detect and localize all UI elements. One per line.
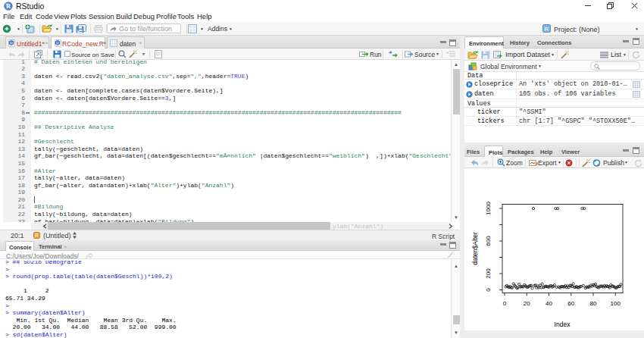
svg-text:0: 0 <box>503 300 507 307</box>
svg-text:1000: 1000 <box>485 202 492 215</box>
svg-text:80: 80 <box>590 300 597 307</box>
svg-text:100: 100 <box>611 300 621 307</box>
svg-text:R: R <box>10 41 13 45</box>
svg-text:40: 40 <box>546 300 552 307</box>
svg-text:R: R <box>545 26 549 33</box>
svg-text:R: R <box>56 41 59 45</box>
svg-text:60: 60 <box>567 300 574 307</box>
svg-text:Index: Index <box>555 321 571 328</box>
svg-text:0: 0 <box>485 288 492 292</box>
svg-text:R: R <box>35 233 39 238</box>
svg-text:200: 200 <box>485 268 492 279</box>
svg-text:daten$Alter: daten$Alter <box>471 232 479 265</box>
svg-text:20: 20 <box>524 300 530 307</box>
svg-text:R: R <box>6 2 11 10</box>
svg-text:600: 600 <box>485 236 492 246</box>
